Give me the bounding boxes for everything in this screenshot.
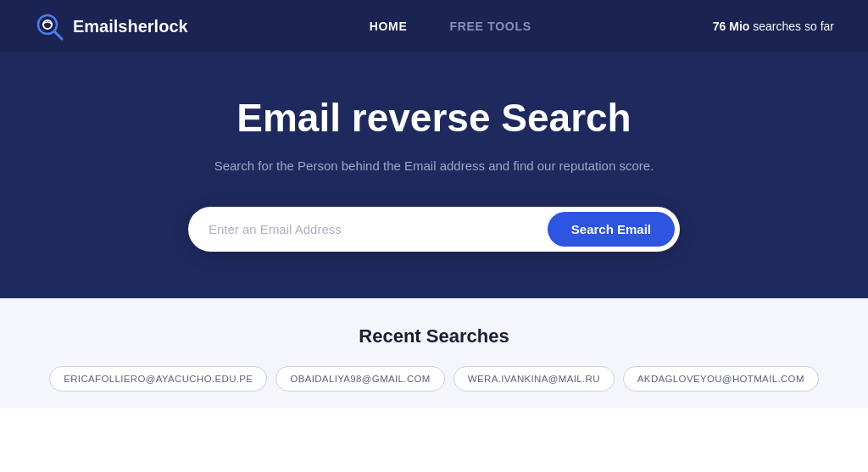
- hero-title: Email reverse Search: [236, 103, 631, 148]
- recent-searches-section: Recent Searches ERICAFOLLIERO@AYACUCHO.E…: [0, 321, 868, 466]
- nav-home[interactable]: HOME: [364, 19, 403, 33]
- logo-icon: [34, 11, 64, 42]
- logo-text: Emailsherlock: [73, 17, 188, 36]
- recent-search-item[interactable]: WERA.IVANKINA@MAIL.RU: [561, 385, 728, 410]
- logo-area: Emailsherlock: [34, 11, 188, 42]
- hero-section: Email reverse Search Search for the Pers…: [0, 53, 868, 321]
- recent-searches-list: ERICAFOLLIERO@AYACUCHO.EDU.PEOBAIDALIYA9…: [34, 385, 834, 446]
- search-count-bold: 76 Mio: [695, 19, 737, 33]
- header: Emailsherlock HOME FREE TOOLS 76 Mio sea…: [0, 0, 868, 53]
- recent-searches-title: Recent Searches: [34, 348, 834, 368]
- search-button[interactable]: Search Email: [548, 222, 675, 257]
- nav-free-tools[interactable]: FREE TOOLS: [437, 19, 518, 33]
- search-count: 76 Mio searches so far: [695, 19, 834, 34]
- search-input[interactable]: [209, 232, 548, 247]
- recent-search-item[interactable]: AKDAGLOVEYOU@HOTMAIL.COM: [332, 420, 536, 446]
- svg-line-1: [53, 31, 61, 38]
- hero-subtitle: Search for the Person behind the Email a…: [199, 165, 668, 187]
- main-nav: HOME FREE TOOLS: [364, 19, 518, 33]
- recent-search-item[interactable]: OBAIDALIYA98@GMAIL.COM: [376, 385, 552, 410]
- recent-search-item[interactable]: ERICAFOLLIERO@AYACUCHO.EDU.PE: [140, 385, 366, 410]
- search-count-text: searches so far: [737, 19, 834, 33]
- svg-point-2: [43, 20, 52, 29]
- search-bar: Search Email: [188, 217, 680, 262]
